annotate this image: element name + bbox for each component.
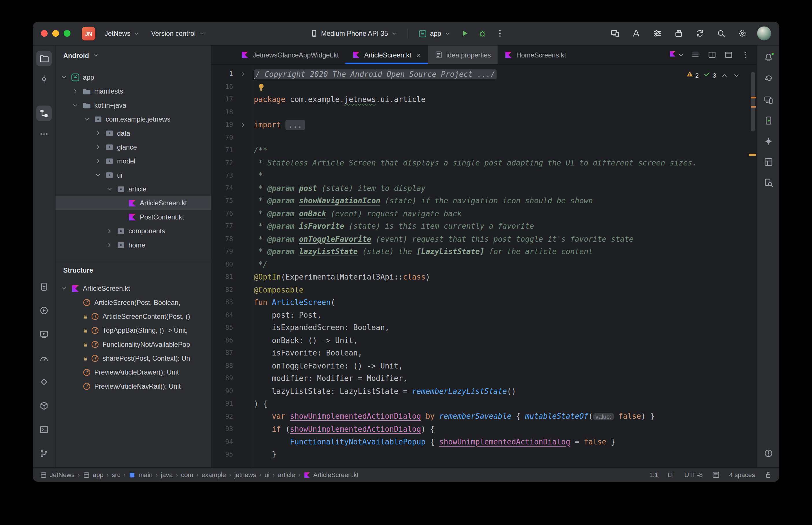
- settings-gear-icon[interactable]: [736, 27, 749, 40]
- fold-collapsed-icon[interactable]: [236, 122, 250, 128]
- device-manager-tool-icon[interactable]: [761, 92, 776, 108]
- structure-item-articlescreen-post-boolean[interactable]: fArticleScreen(Post, Boolean,: [56, 296, 211, 309]
- caret-position-widget[interactable]: 1:1: [649, 471, 658, 479]
- passed-count[interactable]: 3: [703, 69, 716, 82]
- code-line-18[interactable]: 18: [211, 106, 756, 118]
- project-tree-item-ui[interactable]: ui: [56, 168, 211, 182]
- code-line-85[interactable]: 85 isExpandedScreen: Boolean,: [211, 321, 756, 334]
- code-line-88[interactable]: 88 onToggleFavorite: () -> Unit,: [211, 360, 756, 372]
- code-line-89[interactable]: 89 modifier: Modifier = Modifier,: [211, 372, 756, 385]
- project-tree-item-postcontent-kt[interactable]: PostContent.kt: [56, 210, 211, 224]
- structure-item-sharepost-post-context-un[interactable]: fsharePost(Post, Context): Un: [56, 351, 211, 365]
- breadcrumb-example[interactable]: example: [202, 471, 226, 479]
- project-tree-item-app[interactable]: app: [56, 71, 211, 84]
- chevron-down-icon[interactable]: [71, 102, 79, 109]
- project-tree-item-article[interactable]: article: [56, 182, 211, 196]
- run-configuration-selector[interactable]: app: [414, 27, 455, 40]
- project-tree-item-model[interactable]: model: [56, 154, 211, 168]
- app-inspection-icon[interactable]: [36, 374, 52, 390]
- close-tab-icon[interactable]: ×: [416, 51, 421, 59]
- fold-collapsed-icon[interactable]: [236, 71, 250, 77]
- more-tool-windows-icon[interactable]: [36, 126, 52, 142]
- breadcrumb-com[interactable]: com: [181, 471, 193, 479]
- code-line-72[interactable]: 72 * Stateless Article Screen that displ…: [211, 156, 756, 169]
- profile-avatar[interactable]: [757, 26, 771, 40]
- project-tree-item-articlescreen-kt[interactable]: ArticleScreen.kt: [56, 196, 211, 210]
- code-line-92[interactable]: 92 var showUnimplementedActionDialog by …: [211, 410, 756, 423]
- code-line-74[interactable]: 74 * @param post (state) item to display: [211, 182, 756, 195]
- more-run-options-icon[interactable]: [493, 26, 507, 41]
- project-selector[interactable]: JetNews: [101, 27, 144, 40]
- code-line-77[interactable]: 77 * @param isFavorite (state) is this i…: [211, 220, 756, 233]
- chevron-down-icon[interactable]: [60, 74, 68, 80]
- running-devices-icon[interactable]: [761, 113, 776, 129]
- project-tree-item-com-example-jetnews[interactable]: com.example.jetnews: [56, 112, 211, 126]
- project-tree-item-kotlin-java[interactable]: kotlin+java: [56, 98, 211, 112]
- chevron-down-icon[interactable]: [94, 172, 102, 178]
- structure-item-functionalitynotavailablepop[interactable]: fFunctionalityNotAvailablePop: [56, 337, 211, 351]
- code-line-90[interactable]: 90 lazyListState: LazyListState = rememb…: [211, 385, 756, 397]
- run-tool-icon[interactable]: [36, 303, 52, 318]
- editor-list-icon[interactable]: [689, 48, 702, 62]
- structure-item-topappbar-string-unit[interactable]: fTopAppBar(String, () -> Unit,: [56, 324, 211, 337]
- build-tool-icon[interactable]: [36, 398, 52, 414]
- plugins-icon[interactable]: [672, 27, 684, 40]
- breadcrumb-jetnews[interactable]: jetnews: [234, 471, 256, 479]
- version-control-icon[interactable]: [36, 446, 52, 461]
- ai-assistant-icon[interactable]: [630, 27, 642, 40]
- structure-tool-icon[interactable]: [36, 106, 52, 121]
- breadcrumb-article[interactable]: article: [278, 471, 295, 479]
- close-window-button[interactable]: [41, 30, 48, 37]
- code-line-71[interactable]: 71/**: [211, 144, 756, 156]
- structure-item-previewarticlenavrail-unit[interactable]: fPreviewArticleNavRail(): Unit: [56, 379, 211, 393]
- breadcrumb-ui[interactable]: ui: [264, 471, 269, 479]
- editor-config-icon[interactable]: [712, 471, 720, 479]
- code-line-1[interactable]: 1/ Copyright 2020 The Android Open Sourc…: [211, 68, 756, 80]
- file-writable-icon[interactable]: [764, 471, 772, 479]
- gradle-icon[interactable]: [761, 71, 776, 87]
- code-line-79[interactable]: 79 * @param lazyListState (state) the [L…: [211, 245, 756, 258]
- breadcrumb-app[interactable]: app: [83, 471, 103, 479]
- code-line-73[interactable]: 73 *: [211, 169, 756, 182]
- tab-idea-properties[interactable]: idea.properties: [428, 46, 498, 64]
- settings-sliders-icon[interactable]: [651, 27, 663, 40]
- chevron-down-icon[interactable]: [60, 285, 68, 292]
- code-line-95[interactable]: 95 }: [211, 448, 756, 461]
- breadcrumb-articlescreen-kt[interactable]: ArticleScreen.kt: [304, 471, 359, 479]
- project-tree-item-manifests[interactable]: manifests: [56, 84, 211, 98]
- code-line-81[interactable]: 81@OptIn(ExperimentalMaterial3Api::class…: [211, 271, 756, 283]
- code-line-80[interactable]: 80 */: [211, 258, 756, 271]
- device-manager-icon[interactable]: [608, 27, 621, 40]
- commit-tool-icon[interactable]: [36, 71, 52, 87]
- code-line-17[interactable]: 17package com.example.jetnews.ui.article: [211, 93, 756, 106]
- chevron-right-icon[interactable]: [94, 158, 102, 165]
- gemini-icon[interactable]: [761, 133, 776, 149]
- code-line-91[interactable]: 91) {: [211, 397, 756, 410]
- split-editor-icon[interactable]: [706, 48, 718, 62]
- structure-item-previewarticledrawer-unit[interactable]: fPreviewArticleDrawer(): Unit: [56, 365, 211, 379]
- chevron-right-icon[interactable]: [94, 144, 102, 150]
- warnings-count[interactable]: 2: [686, 69, 699, 82]
- code-line-83[interactable]: 83fun ArticleScreen(: [211, 296, 756, 309]
- search-everywhere-icon[interactable]: [714, 27, 727, 40]
- editor-scrollbar-thumb[interactable]: [751, 72, 755, 131]
- encoding-widget[interactable]: UTF-8: [684, 471, 703, 479]
- breadcrumb-jetnews[interactable]: JetNews: [40, 471, 75, 479]
- breadcrumb-main[interactable]: main: [129, 471, 152, 479]
- code-line-82[interactable]: 82@Composable: [211, 283, 756, 296]
- gradle-sync-icon[interactable]: [694, 27, 706, 40]
- chevron-right-icon[interactable]: [105, 242, 114, 248]
- intention-bulb-icon[interactable]: [257, 83, 266, 92]
- project-tree-item-components[interactable]: components: [56, 224, 211, 238]
- profiler-icon[interactable]: [36, 350, 52, 366]
- code-line-70[interactable]: 70: [211, 131, 756, 144]
- chevron-down-icon[interactable]: [82, 116, 91, 122]
- problems-icon[interactable]: [761, 446, 776, 461]
- code-line-76[interactable]: 76 * @param onBack (event) request navig…: [211, 207, 756, 220]
- find-tool-icon[interactable]: [761, 175, 776, 191]
- indent-widget[interactable]: 4 spaces: [729, 471, 755, 479]
- fullscreen-window-button[interactable]: [63, 30, 70, 37]
- project-tool-icon[interactable]: [36, 51, 52, 66]
- chevron-down-icon[interactable]: [105, 186, 114, 192]
- project-view-selector[interactable]: Android: [56, 46, 211, 65]
